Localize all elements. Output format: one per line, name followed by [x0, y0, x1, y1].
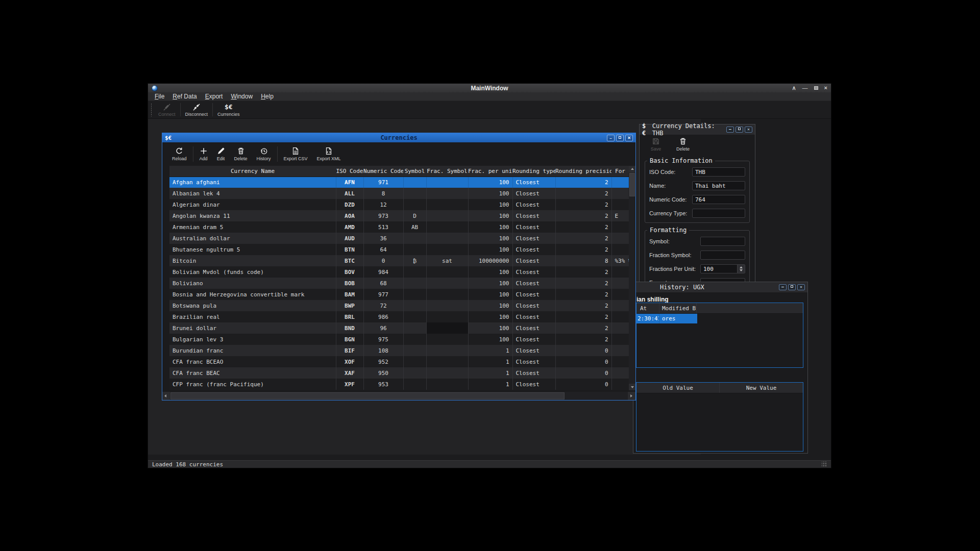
cell-rounding-precision: 2 — [555, 188, 611, 199]
table-row[interactable]: Burundian francBIF1081Closest0 — [169, 345, 629, 356]
table-row[interactable]: CFA franc BEACXAF9501Closest0 — [169, 367, 629, 379]
details-toolbar: SaveDelete — [640, 135, 755, 154]
table-row[interactable]: Brunei dollarBND96100Closest2 — [169, 322, 629, 334]
numeric-code-input[interactable] — [692, 195, 745, 204]
currency-type-input[interactable] — [692, 209, 745, 218]
currencies-minimize-button[interactable]: – — [607, 135, 615, 141]
history-minimize-button[interactable]: – — [779, 284, 787, 290]
toolbar-button-disconnect[interactable]: Disconnect — [182, 102, 212, 118]
menu-window[interactable]: Window — [227, 92, 257, 101]
table-row[interactable]: Bolivian Mvdol (funds code)BOV984100Clos… — [169, 266, 629, 278]
table-row[interactable]: Algerian dinarDZD12100Closest2 — [169, 199, 629, 210]
toolbar-button-reload[interactable]: Reload — [167, 146, 191, 162]
toolbar-button-edit[interactable]: Edit — [212, 146, 230, 162]
minimize-button[interactable]: — — [802, 85, 808, 91]
name-input[interactable] — [692, 181, 745, 190]
currencies-titlebar[interactable]: $€ Currencies – ✕ — [162, 133, 635, 142]
scroll-down-arrow[interactable] — [629, 384, 635, 390]
maximize-button[interactable] — [814, 86, 818, 90]
history-changes-table[interactable]: At Modified By 2:30:41 ores — [636, 303, 803, 368]
column-header-symbol[interactable]: Symbol — [403, 166, 426, 177]
menu-ref-data[interactable]: Ref Data — [168, 92, 201, 101]
vertical-scrollbar[interactable] — [629, 166, 635, 390]
column-header-modified-by[interactable]: Modified By — [659, 303, 697, 313]
toolbar-button-delete[interactable]: Delete — [672, 136, 694, 153]
table-row[interactable]: Botswana pulaBWP72100Closest2 — [169, 300, 629, 311]
toolbar-button-save[interactable]: Save — [644, 136, 668, 153]
toolbar-button-label: Connect — [158, 112, 176, 117]
table-row[interactable]: CFP franc (franc Pacifique)XPF9531Closes… — [169, 379, 629, 390]
history-maximize-button[interactable] — [788, 284, 796, 290]
history-selected-row[interactable]: 2:30:41 ores — [636, 314, 697, 323]
toolbar-button-export-csv[interactable]: Export CSV — [279, 146, 312, 162]
menu-help[interactable]: Help — [257, 92, 278, 101]
cell-iso: DZD — [336, 199, 363, 210]
currencies-maximize-button[interactable] — [616, 135, 624, 141]
toolbar-button-delete[interactable]: Delete — [230, 146, 252, 162]
toolbar-button-connect[interactable]: Connect — [155, 102, 179, 118]
details-maximize-button[interactable] — [736, 127, 743, 133]
table-row[interactable]: Armenian dram 5AMD513AB100Closest2 — [169, 221, 629, 233]
table-row[interactable]: Brazilian realBRL986100Closest2 — [169, 311, 629, 322]
column-header-old-value[interactable]: Old Value — [636, 383, 720, 393]
toolbar-drag-handle[interactable] — [150, 103, 153, 116]
column-header-at[interactable]: At — [636, 303, 659, 313]
spinner-buttons[interactable] — [737, 265, 745, 273]
history-values-table[interactable]: Old Value New Value — [636, 382, 803, 452]
table-row[interactable]: Bulgarian lev 3BGN975100Closest2 — [169, 334, 629, 345]
column-header-iso-code[interactable]: ISO Code — [336, 166, 363, 177]
table-row[interactable]: BolivianoBOB68100Closest2 — [169, 278, 629, 289]
fraction-symbol-input[interactable] — [700, 251, 745, 260]
vertical-scroll-thumb[interactable] — [629, 173, 635, 196]
iso-code-input[interactable] — [692, 167, 745, 177]
details-minimize-button[interactable]: – — [726, 127, 734, 133]
details-close-button[interactable]: ✕ — [745, 127, 752, 133]
table-row[interactable]: Bosnia and Herzegovina convertible markB… — [169, 289, 629, 300]
table-row[interactable]: BitcoinBTC0₿sat100000000Closest8%3% % — [169, 255, 629, 266]
table-row[interactable]: Bhutanese ngultrum 5BTN64100Closest2 — [169, 244, 629, 255]
symbol-input[interactable] — [700, 237, 745, 246]
cell-frac-per-unit: 100 — [468, 233, 512, 244]
cell-rounding-precision: 2 — [555, 266, 611, 278]
column-header-rounding-type[interactable]: Rounding type — [512, 166, 555, 177]
history-close-button[interactable]: ✕ — [797, 284, 805, 290]
toolbar-button-label: Edit — [217, 156, 225, 161]
cell-rounding-precision: 0 — [555, 367, 611, 379]
column-header-currency-name[interactable]: Currency Name — [169, 166, 336, 177]
scroll-left-arrow[interactable] — [162, 392, 170, 400]
cell-iso: BWP — [336, 300, 363, 311]
main-titlebar[interactable]: MainWindow ∧ — × — [148, 84, 831, 92]
currencies-close-button[interactable]: ✕ — [625, 135, 633, 141]
table-row[interactable]: CFA franc BCEAOXOF9521Closest0 — [169, 356, 629, 367]
column-header-numeric-code[interactable]: Numeric Code — [363, 166, 403, 177]
table-row[interactable]: Australian dollarAUD36100Closest2 — [169, 233, 629, 244]
horizontal-scroll-thumb[interactable] — [170, 392, 565, 399]
history-titlebar[interactable]: History: UGX – ✕ — [633, 282, 807, 292]
menu-export[interactable]: Export — [201, 92, 227, 101]
details-titlebar[interactable]: $€ Currency Details: THB – ✕ — [640, 124, 755, 135]
column-header-rounding-precision[interactable]: Rounding precision — [555, 166, 611, 177]
scroll-right-arrow[interactable] — [628, 392, 635, 400]
close-button[interactable]: × — [824, 85, 827, 91]
horizontal-scrollbar[interactable] — [162, 392, 635, 400]
table-row[interactable]: Albanian lek 4ALL8100Closest2 — [169, 188, 629, 199]
column-header-new-value[interactable]: New Value — [720, 383, 803, 393]
shade-button[interactable]: ∧ — [792, 85, 796, 91]
spin-up-icon[interactable] — [740, 266, 743, 268]
toolbar-button-history[interactable]: History — [252, 146, 276, 162]
spin-down-icon[interactable] — [740, 269, 743, 271]
toolbar-button-currencies[interactable]: $€Currencies — [214, 102, 243, 118]
table-row[interactable]: Angolan kwanza 11AOA973D100Closest2E — [169, 210, 629, 221]
cell-format — [611, 356, 629, 367]
resize-grip[interactable] — [822, 462, 827, 467]
toolbar-button-export-xml[interactable]: Export XML — [312, 146, 346, 162]
column-header-frac-symbol[interactable]: Frac. Symbol — [426, 166, 468, 177]
cell-numeric: 36 — [363, 233, 403, 244]
column-header-for[interactable]: For — [611, 166, 629, 177]
menu-file[interactable]: File — [151, 92, 168, 101]
toolbar-button-add[interactable]: Add — [195, 146, 212, 162]
table-row[interactable]: Afghan afghaniAFN971100Closest2 — [169, 177, 629, 188]
scroll-up-arrow[interactable] — [629, 166, 635, 172]
cell-frac-symbol — [426, 188, 468, 199]
column-header-frac-per-unit[interactable]: Frac. per unit — [468, 166, 512, 177]
